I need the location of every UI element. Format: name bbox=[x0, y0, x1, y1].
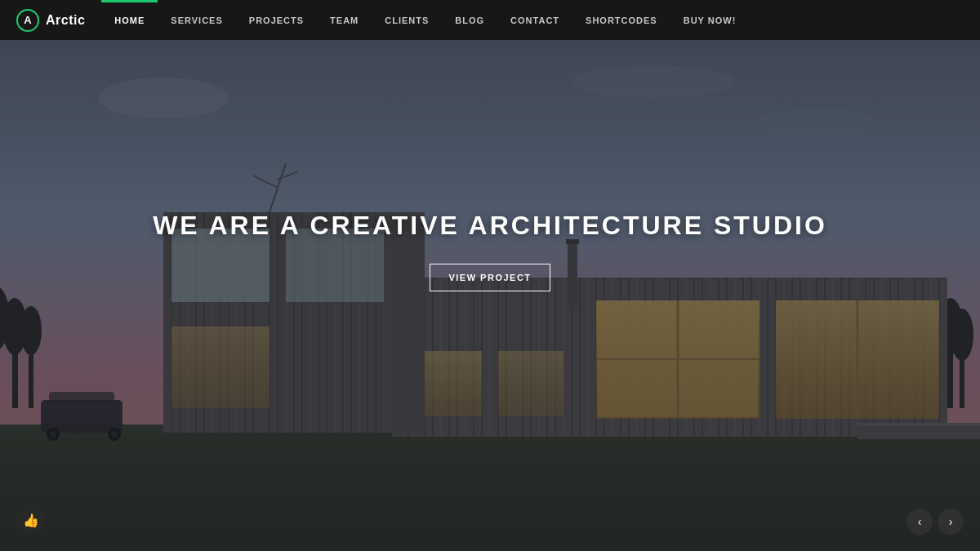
bottom-left-controls: 👍 bbox=[16, 505, 46, 535]
nav-item-contact[interactable]: CONTACT bbox=[497, 0, 572, 40]
view-project-button[interactable]: View Project bbox=[430, 264, 550, 291]
nav-link-projects[interactable]: PROJECTS bbox=[236, 0, 317, 40]
nav-item-projects[interactable]: PROJECTS bbox=[236, 0, 317, 40]
nav-link-clients[interactable]: CLIENTS bbox=[372, 0, 442, 40]
nav-link-buynow[interactable]: BUY NOW! bbox=[670, 0, 750, 40]
nav-item-buynow[interactable]: BUY NOW! bbox=[670, 0, 750, 40]
nav-link-home[interactable]: HOME bbox=[101, 0, 158, 40]
bottom-right-controls: ‹ › bbox=[906, 509, 964, 535]
nav-item-services[interactable]: SERVICES bbox=[158, 0, 235, 40]
nav-link-services[interactable]: SERVICES bbox=[158, 0, 235, 40]
nav-link-team[interactable]: TEAM bbox=[317, 0, 372, 40]
hero-content: WE ARE A CREATIVE ARCHITECTURE STUDIO Vi… bbox=[0, 0, 980, 551]
nav-item-team[interactable]: TEAM bbox=[317, 0, 372, 40]
hero-section: WE ARE A CREATIVE ARCHITECTURE STUDIO Vi… bbox=[0, 0, 980, 551]
brand-name: Arctic bbox=[46, 13, 85, 28]
nav-menu: HOME SERVICES PROJECTS TEAM CLIENTS BLOG… bbox=[101, 0, 980, 40]
nav-link-contact[interactable]: CONTACT bbox=[497, 0, 572, 40]
nav-item-home[interactable]: HOME bbox=[101, 0, 158, 40]
brand-icon: A bbox=[16, 9, 39, 32]
hero-title: WE ARE A CREATIVE ARCHITECTURE STUDIO bbox=[153, 211, 827, 241]
nav-link-blog[interactable]: BLOG bbox=[442, 0, 497, 40]
nav-item-blog[interactable]: BLOG bbox=[442, 0, 497, 40]
prev-arrow-button[interactable]: ‹ bbox=[906, 509, 933, 535]
nav-item-shortcodes[interactable]: SHORTCODES bbox=[572, 0, 670, 40]
brand-logo[interactable]: A Arctic bbox=[0, 9, 101, 32]
nav-link-shortcodes[interactable]: SHORTCODES bbox=[572, 0, 670, 40]
nav-item-clients[interactable]: CLIENTS bbox=[372, 0, 442, 40]
like-button[interactable]: 👍 bbox=[16, 505, 46, 535]
next-arrow-button[interactable]: › bbox=[938, 509, 964, 535]
navbar: A Arctic HOME SERVICES PROJECTS TEAM CLI… bbox=[0, 0, 980, 40]
